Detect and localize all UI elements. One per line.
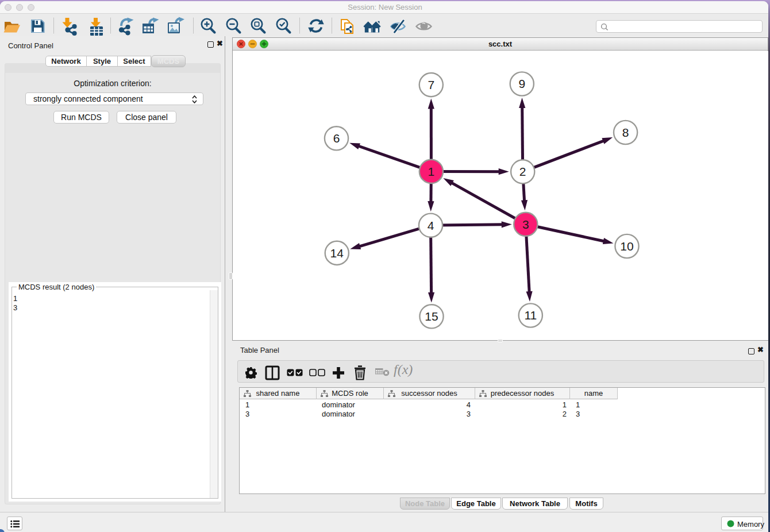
svg-text:10: 10 (620, 240, 633, 253)
svg-text:11: 11 (524, 309, 537, 322)
svg-text:4: 4 (428, 219, 434, 232)
svg-text:3: 3 (522, 218, 529, 231)
svg-text:1: 1 (428, 165, 435, 178)
svg-text:8: 8 (622, 126, 629, 139)
svg-text:7: 7 (428, 78, 434, 91)
svg-text:14: 14 (330, 246, 344, 260)
svg-text:15: 15 (425, 310, 438, 323)
svg-text:2: 2 (519, 165, 526, 178)
svg-text:9: 9 (518, 77, 525, 90)
svg-text:6: 6 (333, 132, 340, 145)
